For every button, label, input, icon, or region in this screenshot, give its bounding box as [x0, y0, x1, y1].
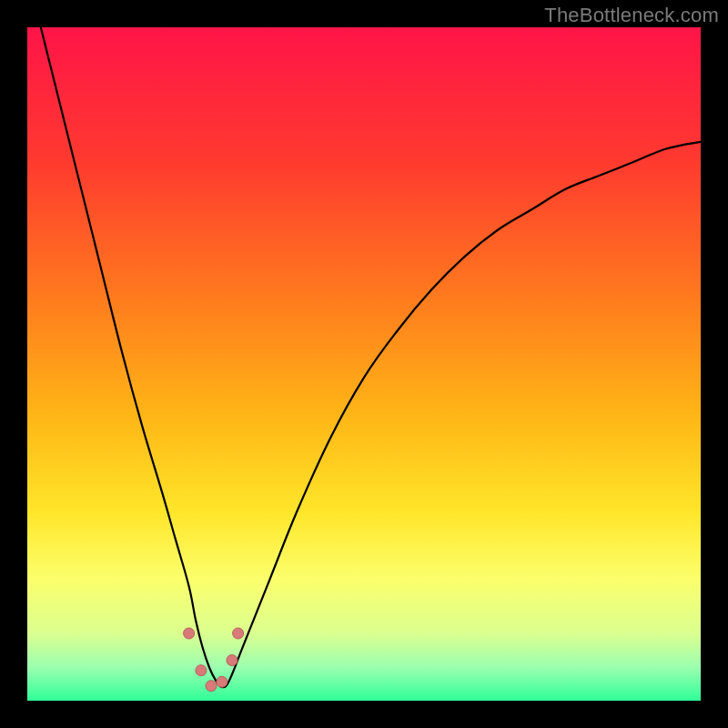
watermark-text: TheBottleneck.com — [544, 4, 719, 27]
curve-marker — [196, 665, 207, 676]
curve-markers — [184, 628, 244, 692]
curve-layer — [27, 27, 701, 701]
curve-marker — [227, 655, 238, 666]
plot-area — [27, 27, 701, 701]
curve-marker — [217, 676, 228, 687]
curve-marker — [184, 628, 195, 639]
bottleneck-curve — [41, 27, 701, 687]
chart-frame: TheBottleneck.com — [0, 0, 728, 728]
curve-marker — [233, 628, 244, 639]
curve-marker — [206, 681, 217, 692]
